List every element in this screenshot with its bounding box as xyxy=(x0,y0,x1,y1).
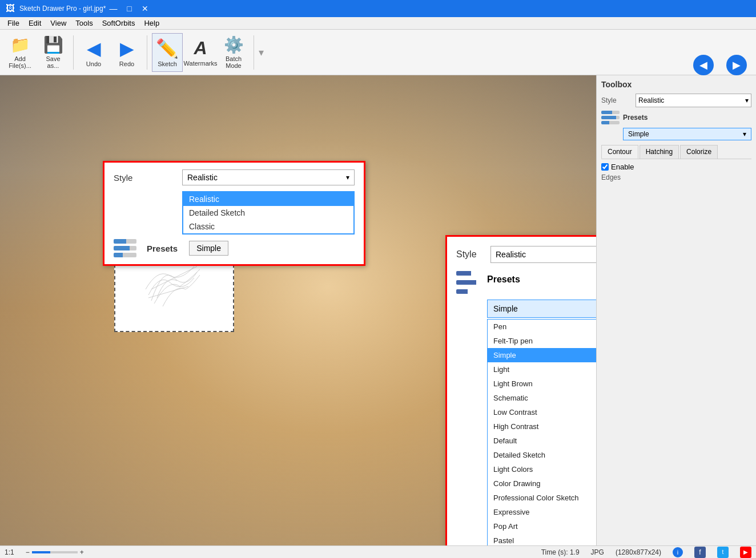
toolbox-preset-bar-2 xyxy=(601,116,620,119)
redo-button[interactable]: ▶ Redo xyxy=(111,33,142,72)
small-popup-style-select[interactable]: Realistic ▾ xyxy=(182,169,355,185)
menu-edit[interactable]: Edit xyxy=(24,18,46,29)
toolbox-panel: Toolbox Style Realistic ▾ Presets Simple… xyxy=(596,75,756,545)
list-item-schematic[interactable]: Schematic xyxy=(488,391,596,405)
small-popup-dropdown: Realistic Detailed Sketch Classic xyxy=(182,191,355,234)
list-item-low-contrast[interactable]: Low Contrast xyxy=(488,405,596,419)
sketch-icon: ✏️ xyxy=(156,38,179,59)
large-popup-presets-row: Presets xyxy=(456,271,596,294)
menu-tools[interactable]: Tools xyxy=(71,18,97,29)
batch-label: Batch Mode xyxy=(226,55,242,69)
toolbox-preset-bar-1 xyxy=(601,111,620,114)
toolbox-presets-icon xyxy=(601,111,620,124)
large-popup-style-row: Style Realistic ▾ xyxy=(456,246,596,263)
save-icon: 💾 xyxy=(43,35,63,54)
toolbox-preset-selected-row: Simple ▾ xyxy=(623,128,751,140)
add-file-button[interactable]: 📁 Add File(s)... xyxy=(5,33,35,72)
large-preset-bar-2 xyxy=(456,280,481,285)
undo-button[interactable]: ◀ Undo xyxy=(78,33,109,72)
menu-help[interactable]: Help xyxy=(139,18,164,29)
tab-colorize[interactable]: Colorize xyxy=(680,145,718,159)
batch-icon: ⚙️ xyxy=(224,35,244,54)
zoom-minus-icon[interactable]: − xyxy=(26,548,30,556)
style-dropdown-list: Realistic Detailed Sketch Classic xyxy=(182,191,355,234)
status-right: Time (s): 1.9 JPG (1280x877x24) i f t ▶ xyxy=(541,547,751,558)
large-style-popup: Style Realistic ▾ Presets Simple ▾ xyxy=(445,235,596,545)
minimize-button[interactable]: — xyxy=(106,2,120,15)
menu-softorbits[interactable]: SoftOrbits xyxy=(98,18,140,29)
tab-hatching[interactable]: Hatching xyxy=(640,145,679,159)
close-button[interactable]: ✕ xyxy=(138,2,152,15)
toolbox-style-select[interactable]: Realistic ▾ xyxy=(636,94,751,107)
enable-checkbox[interactable] xyxy=(601,163,609,171)
zoom-plus-icon[interactable]: + xyxy=(80,548,84,556)
list-item-color-drawing[interactable]: Color Drawing xyxy=(488,476,596,491)
toolbox-selected-style: Realistic xyxy=(638,96,664,104)
preset-simple-button[interactable]: Simple xyxy=(189,241,228,256)
list-item-light-brown[interactable]: Light Brown xyxy=(488,377,596,391)
toolbox-style-label: Style xyxy=(601,96,636,104)
menu-bar: File Edit View Tools SoftOrbits Help xyxy=(0,17,756,30)
large-popup-presets-label: Presets xyxy=(487,274,520,285)
app-icon: 🖼 xyxy=(6,3,15,14)
preset-icon-bar-2 xyxy=(114,246,136,250)
toolbox-style-row: Style Realistic ▾ xyxy=(601,94,751,107)
watermarks-button[interactable]: A Watermarks xyxy=(185,33,216,72)
menu-view[interactable]: View xyxy=(46,18,71,29)
next-circle-icon: ▶ xyxy=(726,55,747,75)
maximize-button[interactable]: □ xyxy=(122,2,136,15)
status-bar: 1:1 − + Time (s): 1.9 JPG (1280x877x24) … xyxy=(0,545,756,558)
list-item-pop-art[interactable]: Pop Art xyxy=(488,519,596,533)
social-icon-2[interactable]: t xyxy=(717,547,729,558)
batch-mode-button[interactable]: ⚙️ Batch Mode xyxy=(218,33,249,72)
title-bar-title: Sketch Drawer Pro - girl.jpg* xyxy=(19,5,106,13)
list-item-light[interactable]: Light xyxy=(488,362,596,377)
list-item-expressive[interactable]: Expressive xyxy=(488,505,596,519)
small-popup-selected-style: Realistic xyxy=(187,173,218,182)
save-label: Save as... xyxy=(46,55,60,69)
toolbar-separator-2 xyxy=(147,35,147,70)
canvas-area[interactable]: Style Realistic ▾ Realistic Detailed Ske… xyxy=(0,75,596,545)
small-popup-style-label: Style xyxy=(114,173,182,183)
list-item-pastel[interactable]: Pastel xyxy=(488,533,596,545)
large-popup-dropdown-selected[interactable]: Simple ▾ xyxy=(487,300,596,318)
toolbox-presets-label: Presets xyxy=(623,114,648,122)
youtube-icon[interactable]: ▶ xyxy=(740,547,751,558)
title-bar: 🖼 Sketch Drawer Pro - girl.jpg* — □ ✕ xyxy=(0,0,756,17)
add-file-label: Add File(s)... xyxy=(9,55,31,69)
list-item-professional-color-sketch[interactable]: Professional Color Sketch xyxy=(488,491,596,505)
facebook-icon[interactable]: f xyxy=(694,547,706,558)
list-item-pen[interactable]: Pen xyxy=(488,320,596,334)
zoom-slider[interactable] xyxy=(32,551,78,553)
large-popup-preset-list: Pen Felt-Tip pen Simple Light Light Brow… xyxy=(487,319,596,545)
toolbox-preset-bar-3 xyxy=(601,121,620,124)
time-label: Time (s): 1.9 xyxy=(541,548,580,556)
tab-contour[interactable]: Contour xyxy=(601,145,638,159)
enable-label: Enable xyxy=(611,163,634,171)
menu-file[interactable]: File xyxy=(3,18,24,29)
list-item-detailed-sketch[interactable]: Detailed Sketch xyxy=(488,448,596,462)
style-option-detailed[interactable]: Detailed Sketch xyxy=(183,206,353,220)
small-popup-dropdown-arrow: ▾ xyxy=(346,173,349,181)
large-preset-bar-3 xyxy=(456,289,481,294)
list-item-felt-tip[interactable]: Felt-Tip pen xyxy=(488,334,596,348)
save-as-button[interactable]: 💾 Save as... xyxy=(38,33,69,72)
toolbox-preset-dropdown[interactable]: Simple ▾ xyxy=(623,128,751,140)
style-option-classic[interactable]: Classic xyxy=(183,220,353,233)
zoom-level: 1:1 xyxy=(5,548,14,556)
large-popup-style-select[interactable]: Realistic ▾ xyxy=(490,246,596,263)
toolbox-dropdown-arrow: ▾ xyxy=(745,96,749,104)
list-item-simple[interactable]: Simple xyxy=(488,348,596,362)
style-option-realistic[interactable]: Realistic xyxy=(183,192,353,206)
list-item-high-contrast[interactable]: High Contrast xyxy=(488,419,596,434)
redo-icon: ▶ xyxy=(120,38,134,59)
info-icon[interactable]: i xyxy=(673,547,683,557)
large-popup-presets-icon xyxy=(456,271,481,294)
presets-row: Presets Simple xyxy=(114,239,355,257)
toolbar-separator-1 xyxy=(73,35,74,70)
large-preset-bar-1 xyxy=(456,271,481,276)
sketch-button[interactable]: ✏️ Sketch xyxy=(152,33,183,72)
presets-icon-group xyxy=(114,239,136,257)
list-item-light-colors[interactable]: Light Colors xyxy=(488,462,596,476)
list-item-default[interactable]: Default xyxy=(488,434,596,448)
